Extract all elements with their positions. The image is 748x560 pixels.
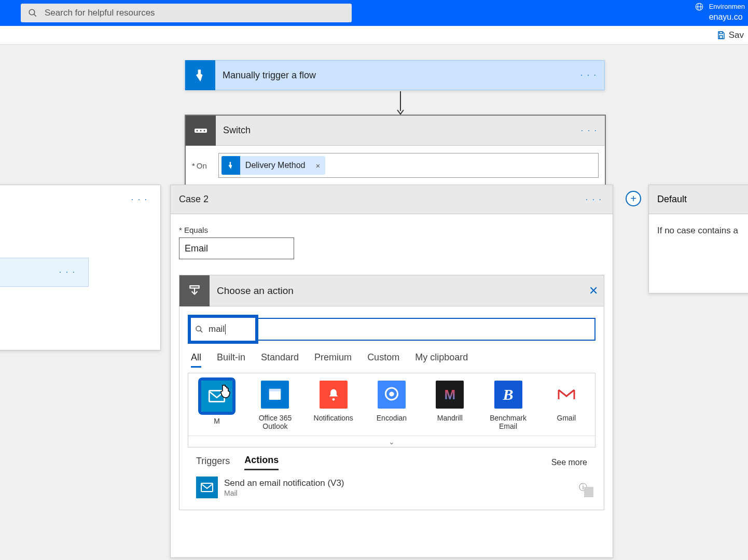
token-icon (221, 156, 240, 175)
action-title: Send an email notification (V3) (224, 478, 344, 488)
connector-icon: B (494, 381, 522, 409)
svg-rect-5 (719, 32, 723, 34)
connector-encodian[interactable]: ⦿Encodian (371, 381, 412, 430)
connector-mandrill[interactable]: MMandrill (430, 381, 470, 430)
default-card[interactable]: Default If no case contains a (648, 185, 748, 293)
case-2-header[interactable]: Case 2 · · · (171, 185, 613, 214)
default-title: Default (649, 185, 748, 214)
connector-label: Encodian (377, 414, 407, 422)
category-tab-standard[interactable]: Standard (261, 352, 299, 368)
switch-body: On Delivery Method × (186, 146, 605, 185)
connector-benchmark-email[interactable]: BBenchmark Email (488, 381, 528, 430)
case-2-menu-button[interactable]: · · · (578, 195, 610, 204)
connector-icon (320, 381, 348, 409)
action-subtitle: Mail (224, 489, 344, 497)
trigger-icon (185, 60, 215, 90)
category-tab-custom[interactable]: Custom (367, 352, 399, 368)
connector-office-365-outlook[interactable]: Office 365 Outlook (255, 381, 295, 430)
connector-icon (261, 381, 289, 409)
connector-label: Notifications (314, 414, 353, 422)
search-icon (195, 325, 203, 333)
switch-on-input[interactable]: Delivery Method × (218, 153, 599, 178)
connector-label: Mandrill (437, 414, 463, 422)
svg-rect-18 (269, 389, 281, 391)
tab-triggers[interactable]: Triggers (196, 456, 230, 470)
action-search-extend[interactable] (258, 318, 595, 341)
connector-icon: ⦿ (378, 381, 406, 409)
search-placeholder: Search for helpful resources (45, 8, 155, 18)
save-icon (716, 31, 726, 40)
connector-icon: M (436, 381, 464, 409)
search-query: mail (209, 324, 226, 334)
svg-rect-6 (719, 35, 723, 38)
action-search-wrap: mail (188, 315, 595, 344)
dynamic-token[interactable]: Delivery Method × (221, 156, 325, 175)
connector-arrow-icon (394, 90, 407, 115)
svg-line-15 (200, 330, 202, 332)
choose-action-header: Choose an action ✕ (179, 275, 604, 306)
connector-label: Benchmark Email (488, 414, 528, 430)
expand-connectors-button[interactable]: ⌄ (188, 436, 595, 447)
case1-action-menu-button[interactable]: · · · (52, 268, 83, 277)
choose-action-card: Choose an action ✕ mail AllBuilt-inStand… (179, 275, 604, 510)
env-value: enayu.co (709, 11, 745, 23)
action-result-item[interactable]: Send an email notification (V3) Mail ⓘ (188, 473, 595, 501)
case1-menu-button[interactable]: · · · (124, 195, 155, 204)
switch-header[interactable]: Switch · · · (186, 116, 605, 146)
action-search-input[interactable]: mail (188, 315, 258, 344)
switch-menu-button[interactable]: · · · (574, 126, 605, 135)
category-tab-all[interactable]: All (191, 352, 201, 368)
connector-icon (552, 381, 580, 409)
svg-point-14 (196, 326, 201, 331)
tab-actions[interactable]: Actions (244, 455, 279, 470)
switch-card[interactable]: Switch · · · On Delivery Method × (185, 115, 606, 186)
scrollbar-thumb[interactable] (584, 487, 593, 497)
svg-rect-16 (209, 390, 224, 401)
switch-title: Switch (216, 125, 574, 136)
category-tab-my-clipboard[interactable]: My clipboard (415, 352, 468, 368)
connector-gmail[interactable]: Gmail (546, 381, 587, 430)
case1-action-card[interactable]: · · · (0, 258, 89, 287)
trigger-action-tabs: Triggers Actions See more (188, 447, 595, 473)
case-1-card[interactable]: · · · · · · (0, 185, 161, 351)
mail-icon (196, 477, 218, 498)
flow-canvas[interactable]: Manually trigger a flow · · · Switch · ·… (0, 45, 748, 560)
connector-label: M (214, 417, 220, 425)
svg-point-10 (200, 130, 202, 131)
svg-point-19 (332, 398, 335, 401)
switch-icon (186, 116, 216, 146)
svg-point-11 (204, 130, 205, 131)
category-tabs: AllBuilt-inStandardPremiumCustomMy clipb… (188, 344, 595, 371)
equals-input[interactable]: Email (179, 237, 294, 259)
trigger-card[interactable]: Manually trigger a flow · · · (185, 60, 605, 90)
svg-point-0 (29, 9, 35, 15)
close-button[interactable]: ✕ (583, 284, 604, 298)
svg-point-9 (197, 130, 198, 131)
connector-notifications[interactable]: Notifications (313, 381, 354, 430)
svg-rect-12 (190, 286, 199, 288)
case-2-title: Case 2 (179, 194, 209, 205)
environment-indicator[interactable]: Environmen enayu.co (695, 2, 745, 22)
env-label: Environmen (709, 2, 745, 11)
see-more-link[interactable]: See more (551, 458, 587, 467)
trigger-menu-button[interactable]: · · · (573, 71, 604, 80)
category-tab-built-in[interactable]: Built-in (217, 352, 245, 368)
connector-label: Gmail (557, 414, 576, 422)
category-tab-premium[interactable]: Premium (314, 352, 352, 368)
equals-label: Equals (179, 226, 604, 234)
top-bar: Search for helpful resources Environmen … (0, 0, 748, 26)
connector-m[interactable]: M (197, 381, 237, 430)
trigger-title: Manually trigger a flow (215, 70, 573, 81)
connector-icon (201, 381, 232, 412)
svg-line-1 (34, 14, 36, 17)
connector-list: MOffice 365 OutlookNotifications⦿Encodia… (188, 373, 595, 447)
add-case-button[interactable]: + (626, 191, 641, 206)
connector-label: Office 365 Outlook (255, 414, 295, 430)
globe-icon (695, 2, 704, 11)
token-remove-button[interactable]: × (310, 161, 325, 170)
on-label: On (192, 161, 207, 170)
action-placeholder-icon (179, 275, 210, 306)
save-button[interactable]: Sav (716, 30, 744, 40)
case-2-card[interactable]: Case 2 · · · Equals Email Choose an acti… (170, 185, 613, 558)
global-search-input[interactable]: Search for helpful resources (21, 4, 352, 22)
